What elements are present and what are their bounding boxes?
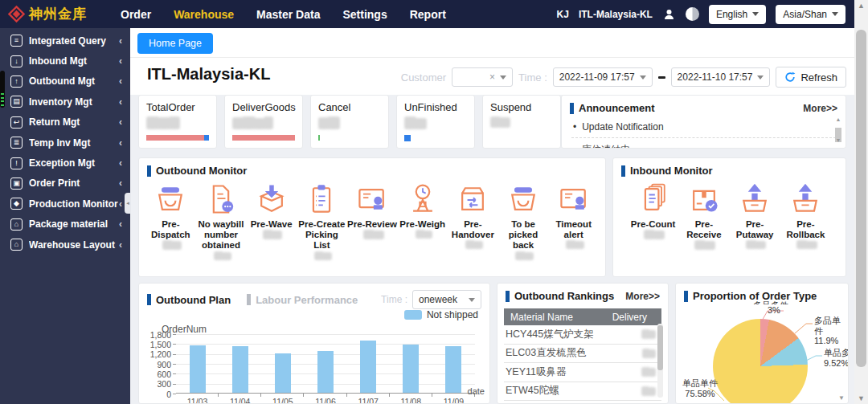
chart-legend: Not shipped <box>404 309 478 320</box>
monitor-item-pre-putaway[interactable]: Pre-Putaway <box>730 182 780 250</box>
printer-icon: ▣ <box>10 178 23 190</box>
announcement-panel: Announcement More>> Update Notification … <box>561 95 846 149</box>
drawer-icon <box>506 182 541 217</box>
nav-warehouse[interactable]: Warehouse <box>174 8 234 21</box>
handover-box-icon <box>455 182 490 217</box>
announcement-item[interactable]: 庫位凍結中 <box>562 139 845 149</box>
sidebar-item-inbound-mgt[interactable]: ↓Inbound Mgt‹ <box>0 51 130 71</box>
sidebar-item-production-monitor[interactable]: ◆Production Monitor‹ <box>0 194 130 214</box>
monitor-item-timeout-alert[interactable]: Timeout alert <box>548 182 599 260</box>
scroll-up-icon[interactable]: ▲ <box>854 0 868 11</box>
monitor-item-pre-wave[interactable]: Pre-Wave <box>246 182 297 260</box>
stat-card-cancel: Cancel <box>310 95 389 149</box>
logo-text: 神州金库 <box>29 5 87 23</box>
refresh-icon <box>784 71 796 83</box>
wave-box-icon <box>254 182 289 217</box>
tab-home-page[interactable]: Home Page <box>137 33 213 54</box>
redacted-value <box>641 367 653 377</box>
monitor-item-pre-count[interactable]: Pre-Count <box>628 182 678 250</box>
nav-order[interactable]: Order <box>121 8 151 21</box>
theme-toggle-icon[interactable] <box>686 7 699 21</box>
language-select[interactable]: English <box>709 5 766 24</box>
chart-time-select[interactable]: oneweek <box>412 290 481 309</box>
stat-card-unfinished: UnFinished <box>396 95 475 149</box>
table-row: HCY445煤气炉支架 <box>504 325 661 345</box>
monitor-item-pre-receive[interactable]: Pre-Receive <box>678 182 729 250</box>
monitor-item-pre-handover[interactable]: Pre-Handover <box>448 182 498 260</box>
sidebar-item-exception-mgt[interactable]: !Exception Mgt‹ <box>0 153 130 173</box>
redacted-value <box>644 230 662 239</box>
monitor-item-pre-review[interactable]: Pre-Review <box>347 182 398 260</box>
monitor-item-to-be-picked-back[interactable]: To be picked back <box>498 182 549 260</box>
clear-icon[interactable]: × <box>489 71 495 83</box>
sidebar-item-integrated-query[interactable]: ≡Integrated Query‹ <box>0 31 130 51</box>
redacted-value <box>694 240 713 250</box>
receive-box-icon <box>686 182 722 217</box>
customer-select[interactable]: × <box>452 67 513 87</box>
scroll-down-icon[interactable]: ▼ <box>854 393 868 404</box>
chevron-down-icon <box>757 75 764 83</box>
megaphone-icon: ◆ <box>10 198 23 210</box>
monitor-item-pre-create-picking-list[interactable]: Pre-Create Picking List <box>297 182 347 260</box>
tab-labour-performance[interactable]: Labour Performance <box>247 294 358 306</box>
top-bar: 神州金库 Order Warehouse Master Data Setting… <box>0 0 868 28</box>
monitor-item-pre-dispatch[interactable]: Pre-Dispatch <box>145 182 196 260</box>
user-code: KJ <box>557 9 569 20</box>
waybill-doc-icon <box>203 182 239 217</box>
monitor-item-pre-weigh[interactable]: Pre-Weigh <box>397 182 448 260</box>
redacted-value <box>796 240 815 249</box>
timeout-card-icon <box>556 182 592 217</box>
announcement-more-link[interactable]: More>> <box>803 103 837 114</box>
time-to-select[interactable]: 2022-11-10 17:57 <box>671 67 771 87</box>
sidebar-item-warehouse-layout[interactable]: ⌂Warehouse Layout‹ <box>0 235 130 255</box>
refresh-button[interactable]: Refresh <box>776 67 846 88</box>
scroll-down-icon[interactable]: ▼ <box>838 394 845 402</box>
sidebar-item-order-print[interactable]: ▣Order Print‹ <box>0 173 130 194</box>
sidebar-collapse-handle[interactable]: ◂ <box>125 193 131 214</box>
pie-label: 多品单件11.9% <box>814 316 848 346</box>
announcement-scrollbar[interactable]: ▲▼ <box>834 116 842 143</box>
monitor-item-pre-rollback[interactable]: Pre-Rollback <box>780 182 831 250</box>
current-warehouse: ITL-Malaysia-KL <box>579 9 653 20</box>
chevron-left-icon: ‹ <box>119 178 122 189</box>
title-accent <box>147 294 151 305</box>
table-row: ELC03直发梳黑色 <box>504 345 661 364</box>
nav-settings[interactable]: Settings <box>342 8 387 21</box>
exception-icon: ! <box>10 157 23 169</box>
sidebar-item-inventory-mgt[interactable]: ▤Inventory Mgt‹ <box>0 92 130 112</box>
timezone-select[interactable]: Asia/Shan <box>776 5 845 24</box>
user-icon[interactable] <box>662 8 676 21</box>
inbound-monitor-title: Inbound Monitor <box>630 165 713 177</box>
chevron-left-icon: ‹ <box>119 198 122 210</box>
browser-scrollbar[interactable]: ▲ ▼ <box>854 0 868 404</box>
time-range-dash <box>658 76 665 79</box>
tab-bar: Home Page <box>130 28 854 58</box>
monitor-item-no-waybill[interactable]: No waybill number obtained <box>196 182 247 260</box>
chevron-down-icon <box>832 12 838 19</box>
sidebar-item-package-material[interactable]: ⌂Package material‹ <box>0 214 130 235</box>
rankings-table-header: Material Name Delivery <box>504 308 661 325</box>
sidebar-item-temp-inv-mgt[interactable]: ≣Temp Inv Mgt‹ <box>0 133 130 153</box>
tab-outbound-plan[interactable]: Outbound Plan <box>156 294 231 306</box>
redacted-value <box>641 386 653 396</box>
table-row: YEY11吸鼻器 <box>504 363 661 382</box>
rankings-more-link[interactable]: More>> <box>625 291 660 302</box>
title-accent <box>684 291 688 302</box>
order-type-pie-panel: Proportion of Order Type 多品多件 3% 多品单件11.… <box>675 283 849 404</box>
chevron-left-icon: ‹ <box>119 75 122 87</box>
scrollbar-thumb[interactable] <box>856 30 866 367</box>
redacted-value <box>642 349 653 358</box>
announcement-item[interactable]: Update Notification <box>562 117 845 137</box>
time-label: Time : <box>518 71 547 84</box>
stat-card-deliver-goods: DeliverGoods <box>224 95 303 149</box>
sidebar-item-return-mgt[interactable]: ↩Return Mgt‹ <box>0 112 130 133</box>
chevron-left-icon: ‹ <box>119 218 122 230</box>
pie-label: 单品单件75.58% <box>682 378 718 398</box>
sidebar-item-outbound-mgt[interactable]: ↑Outbound Mgt‹ <box>0 71 130 92</box>
rankings-scrollbar[interactable] <box>657 324 663 398</box>
redacted-value <box>515 251 531 260</box>
outbound-rankings-panel: Outbound Rankings More>> Material Name D… <box>497 283 669 404</box>
nav-master-data[interactable]: Master Data <box>256 8 320 21</box>
nav-report[interactable]: Report <box>410 8 446 21</box>
time-from-select[interactable]: 2022-11-09 17:57 <box>553 67 653 87</box>
